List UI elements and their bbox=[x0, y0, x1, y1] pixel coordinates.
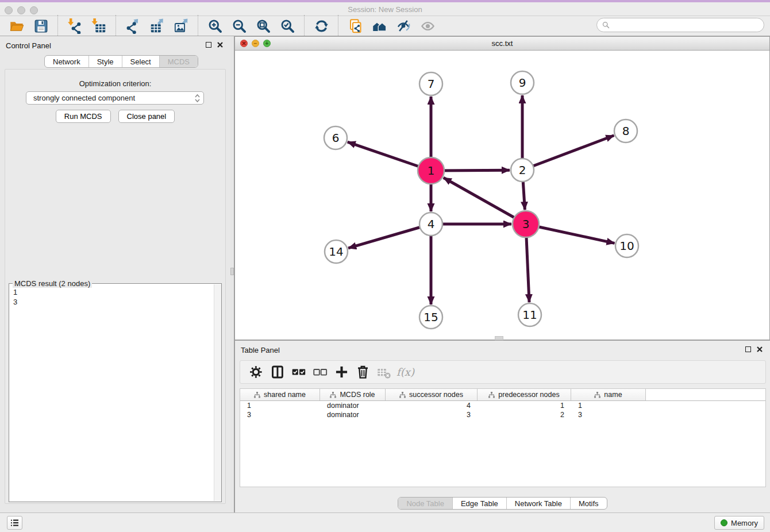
table-row[interactable]: 3dominator323 bbox=[240, 410, 765, 419]
save-session-button[interactable] bbox=[32, 17, 49, 34]
graph-node-1[interactable]: 1 bbox=[418, 157, 444, 184]
run-mcds-button[interactable]: Run MCDS bbox=[56, 110, 111, 123]
eye-slash-icon bbox=[396, 18, 411, 34]
float-panel-icon[interactable] bbox=[206, 42, 211, 48]
tab-node-table[interactable]: Node Table bbox=[398, 498, 452, 509]
zoom-fit-icon bbox=[256, 18, 271, 34]
new-network-from-selection-icon bbox=[348, 18, 363, 34]
column-header-shared-name[interactable]: shared name bbox=[240, 389, 320, 400]
export-table-icon bbox=[149, 18, 165, 34]
panel-splitter-vertical[interactable] bbox=[230, 36, 234, 512]
show-panels-button[interactable] bbox=[7, 516, 22, 530]
network-window-title: scc.txt bbox=[235, 39, 769, 48]
table-settings-button[interactable] bbox=[249, 364, 265, 380]
mcds-tab-content: Optimization criterion: strongly connect… bbox=[5, 69, 226, 504]
table-row[interactable]: 1dominator411 bbox=[240, 401, 765, 410]
zoom-in-button[interactable] bbox=[206, 17, 224, 34]
toggle-column-button[interactable] bbox=[270, 364, 286, 380]
zoom-out-button[interactable] bbox=[230, 17, 248, 34]
graph-node-3[interactable]: 3 bbox=[513, 211, 539, 237]
export-table-button[interactable] bbox=[148, 17, 165, 34]
graph-node-2[interactable]: 2 bbox=[511, 159, 534, 182]
column-header-successor-nodes[interactable]: successor nodes bbox=[386, 389, 478, 400]
memory-button[interactable]: Memory bbox=[714, 516, 764, 530]
node-table-body: 1dominator4113dominator323 bbox=[240, 401, 765, 419]
tab-motifs[interactable]: Motifs bbox=[570, 498, 607, 509]
status-bar: Memory bbox=[0, 512, 770, 532]
node-label: 14 bbox=[329, 245, 343, 259]
add-column-button[interactable] bbox=[334, 364, 350, 380]
graph-node-11[interactable]: 11 bbox=[518, 303, 541, 326]
column-header-predecessor-nodes[interactable]: predecessor nodes bbox=[478, 389, 571, 400]
float-table-panel-icon[interactable] bbox=[745, 346, 751, 352]
close-panel-icon[interactable] bbox=[217, 41, 224, 48]
tab-mcds[interactable]: MCDS bbox=[159, 56, 198, 67]
graph-node-9[interactable]: 9 bbox=[511, 71, 534, 94]
toolbar-separator bbox=[116, 15, 116, 37]
mcds-result-node: 3 bbox=[13, 297, 213, 307]
tab-select[interactable]: Select bbox=[122, 56, 159, 67]
graph-node-14[interactable]: 14 bbox=[325, 240, 348, 263]
table-settings-icon bbox=[249, 364, 264, 380]
control-panel-tabs: NetworkStyleSelectMCDS bbox=[44, 55, 198, 68]
graph-edge-4-14[interactable] bbox=[348, 224, 431, 248]
first-neighbors-icon bbox=[372, 18, 387, 34]
zoom-fit-button[interactable] bbox=[255, 17, 272, 34]
tab-edge-table[interactable]: Edge Table bbox=[452, 498, 506, 509]
import-table-button[interactable] bbox=[90, 17, 107, 34]
import-network-button[interactable] bbox=[66, 17, 83, 34]
open-session-button[interactable] bbox=[8, 17, 25, 34]
graph-node-8[interactable]: 8 bbox=[614, 119, 637, 142]
column-header-name[interactable]: name bbox=[571, 389, 646, 400]
tab-network-table[interactable]: Network Table bbox=[506, 498, 570, 509]
graph-node-15[interactable]: 15 bbox=[419, 306, 442, 329]
mcds-result-list: 13 bbox=[9, 285, 213, 502]
graph-node-4[interactable]: 4 bbox=[419, 213, 442, 236]
node-label: 3 bbox=[522, 217, 530, 231]
zoom-selected-button[interactable] bbox=[279, 17, 296, 34]
optimization-criterion-select[interactable]: strongly connected component bbox=[26, 91, 204, 105]
close-table-panel-icon[interactable] bbox=[756, 346, 763, 353]
selected-option-label: strongly connected component bbox=[33, 94, 195, 102]
tab-style[interactable]: Style bbox=[88, 56, 122, 67]
panel-splitter-horizontal[interactable] bbox=[495, 336, 503, 340]
toolbar-separator bbox=[304, 15, 305, 37]
table-cell: 3 bbox=[240, 411, 320, 419]
column-header-MCDS-role[interactable]: MCDS role bbox=[320, 389, 386, 400]
first-neighbors-button[interactable] bbox=[371, 17, 388, 34]
splitter-grip[interactable] bbox=[230, 268, 234, 275]
application-window: { "window": { "title": "Session: New Ses… bbox=[0, 0, 770, 532]
eye-slash-button[interactable] bbox=[395, 17, 412, 34]
refresh-layout-button[interactable] bbox=[313, 17, 330, 34]
node-label: 4 bbox=[428, 217, 435, 231]
column-type-icon bbox=[330, 392, 336, 398]
table-cell: 3 bbox=[386, 411, 478, 419]
search-field[interactable] bbox=[596, 18, 764, 32]
select-stepper-icon bbox=[195, 94, 200, 103]
zoom-in-icon bbox=[207, 18, 223, 34]
new-network-from-selection-button[interactable] bbox=[346, 17, 364, 34]
zoom-selected-icon bbox=[280, 18, 295, 34]
optimization-criterion-label: Optimization criterion: bbox=[5, 79, 225, 88]
table-cell: 3 bbox=[571, 411, 646, 419]
column-header-label: predecessor nodes bbox=[498, 391, 559, 399]
select-all-button[interactable] bbox=[291, 364, 307, 380]
node-label: 7 bbox=[428, 77, 435, 91]
export-image-button[interactable] bbox=[172, 17, 190, 34]
network-window-titlebar[interactable]: ✕ − + scc.txt bbox=[235, 37, 769, 51]
graph-edge-2-8[interactable] bbox=[522, 136, 614, 170]
tab-network[interactable]: Network bbox=[45, 56, 88, 67]
result-scrollbar[interactable] bbox=[214, 284, 221, 501]
network-canvas[interactable]: 7968124314101511 bbox=[235, 51, 769, 340]
search-input[interactable] bbox=[610, 20, 764, 31]
network-view-window: ✕ − + scc.txt 7968124314101511 bbox=[234, 36, 770, 340]
graph-edge-3-1[interactable] bbox=[444, 178, 526, 224]
graph-node-7[interactable]: 7 bbox=[419, 72, 442, 95]
export-network-icon bbox=[125, 18, 141, 34]
graph-node-10[interactable]: 10 bbox=[615, 234, 638, 257]
delete-column-button[interactable] bbox=[355, 364, 371, 380]
deselect-all-button[interactable] bbox=[313, 364, 329, 380]
export-network-button[interactable] bbox=[124, 17, 141, 34]
close-panel-button[interactable]: Close panel bbox=[118, 110, 175, 123]
graph-node-6[interactable]: 6 bbox=[324, 126, 347, 149]
